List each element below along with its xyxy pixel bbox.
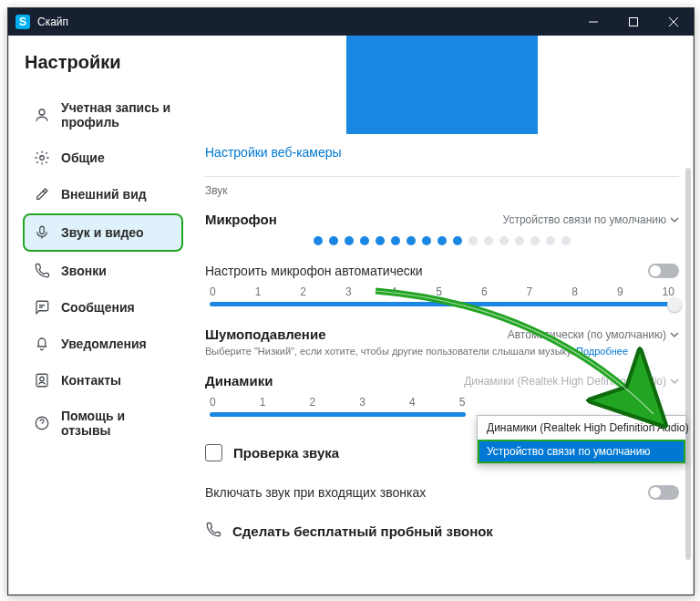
sidebar-title: Настройки (25, 52, 183, 73)
sidebar-item-contacts[interactable]: Контакты (25, 363, 183, 398)
slider-thumb[interactable] (667, 297, 682, 312)
meter-dot (438, 236, 447, 245)
title-bar: S Скайп (8, 8, 694, 36)
bell-icon (34, 336, 50, 352)
speakers-title: Динамики (205, 373, 273, 389)
ring-on-call-row: Включать звук при входящих звонках (205, 485, 679, 500)
microphone-level-meter (205, 236, 679, 245)
auto-adjust-label: Настроить микрофон автоматически (205, 264, 423, 278)
tick-label: 0 (210, 396, 216, 409)
meter-dot (422, 236, 431, 245)
free-test-call-row[interactable]: Сделать бесплатный пробный звонок (205, 522, 679, 541)
tick-label: 9 (617, 285, 623, 298)
camera-preview (346, 36, 538, 134)
speaker-volume-slider[interactable]: 012345 (205, 396, 679, 417)
slider-fill (210, 412, 466, 417)
separator (205, 176, 679, 177)
sound-section-label: Звук (205, 184, 679, 197)
noise-more-link[interactable]: Подробнее (576, 346, 628, 357)
chat-icon (34, 299, 50, 316)
meter-dot (314, 236, 323, 245)
sidebar-item-audio-video[interactable]: Звук и видео (23, 213, 183, 252)
svg-rect-3 (40, 226, 45, 233)
tick-label: 5 (459, 396, 466, 409)
slider-ticks: 012345678910 (210, 285, 674, 298)
microphone-row: Микрофон Устройство связи по умолчанию (205, 212, 679, 227)
phone-icon (34, 263, 50, 279)
meter-dot (484, 236, 493, 245)
meter-dot (561, 236, 571, 245)
sidebar-item-appearance[interactable]: Внешний вид (25, 177, 183, 212)
svg-rect-0 (630, 18, 638, 26)
tick-label: 4 (391, 285, 397, 298)
sound-test-checkbox[interactable] (205, 444, 222, 461)
nav-label: Внешний вид (61, 187, 147, 202)
webcam-settings-link[interactable]: Настройки веб-камеры (205, 145, 679, 160)
maximize-button[interactable] (613, 8, 654, 36)
noise-value-select[interactable]: Автоматически (по умолчанию) (508, 328, 679, 341)
tick-label: 3 (345, 285, 352, 298)
body: Настройки Учетная запись и профиль Общие (8, 36, 694, 595)
microphone-device-value: Устройство связи по умолчанию (503, 213, 666, 226)
meter-dot (453, 236, 462, 245)
noise-hint-text: Выберите "Низкий", если хотите, чтобы др… (205, 346, 573, 357)
dropdown-option-selected[interactable]: Устройство связи по умолчанию (478, 440, 685, 463)
gear-icon (34, 150, 50, 166)
window-controls (573, 8, 694, 36)
nav-label: Уведомления (61, 337, 147, 351)
sidebar-item-messages[interactable]: Сообщения (25, 290, 183, 325)
chevron-down-icon (670, 330, 679, 339)
tick-label: 4 (409, 396, 416, 409)
microphone-title: Микрофон (205, 212, 277, 227)
noise-hint: Выберите "Низкий", если хотите, чтобы др… (205, 346, 679, 357)
speakers-device-value: Динамики (Realtek High Definition Audio) (464, 375, 666, 388)
meter-dot (345, 236, 354, 245)
close-button[interactable] (654, 8, 694, 36)
mic-volume-slider[interactable]: 012345678910 (205, 285, 679, 306)
meter-dot (407, 236, 416, 245)
minimize-button[interactable] (573, 8, 613, 36)
ring-on-call-toggle[interactable] (648, 485, 679, 500)
window-title: Скайп (37, 16, 68, 28)
nav-label: Помощь и отзывы (61, 409, 174, 438)
meter-dot (329, 236, 338, 245)
nav-label: Звук и видео (61, 225, 144, 240)
meter-dot (499, 236, 509, 245)
nav-label: Контакты (61, 373, 121, 388)
svg-point-2 (40, 156, 45, 161)
meter-dot (468, 236, 478, 245)
noise-value: Автоматически (по умолчанию) (508, 328, 666, 341)
microphone-device-select[interactable]: Устройство связи по умолчанию (503, 213, 679, 226)
tick-label: 8 (571, 285, 578, 298)
sidebar-item-help[interactable]: Помощь и отзывы (25, 399, 183, 447)
auto-adjust-row: Настроить микрофон автоматически (205, 264, 679, 278)
sidebar-item-notifications[interactable]: Уведомления (25, 326, 183, 361)
dropdown-option[interactable]: Динамики (Realtek High Definition Audio) (478, 416, 685, 440)
scrollbar[interactable] (685, 168, 691, 560)
slider-fill (210, 302, 674, 306)
nav-label: Звонки (61, 264, 107, 278)
meter-dot (546, 236, 555, 245)
chevron-down-icon (670, 215, 679, 224)
speakers-device-select[interactable]: Динамики (Realtek High Definition Audio) (464, 375, 679, 388)
meter-dot (391, 236, 400, 245)
svg-point-1 (39, 109, 45, 115)
svg-rect-4 (36, 374, 47, 387)
skype-logo-icon: S (15, 15, 30, 29)
meter-dot (530, 236, 540, 245)
chevron-down-icon (670, 377, 679, 386)
tick-label: 1 (255, 285, 262, 298)
tick-label: 5 (436, 285, 442, 298)
nav-label: Учетная запись и профиль (61, 100, 174, 130)
nav-list: Учетная запись и профиль Общие Внешний в… (25, 91, 183, 447)
auto-adjust-toggle[interactable] (648, 264, 679, 278)
contacts-icon (34, 372, 50, 389)
svg-point-5 (40, 377, 45, 381)
nav-label: Сообщения (61, 300, 135, 315)
sidebar-item-account[interactable]: Учетная запись и профиль (25, 91, 183, 139)
tick-label: 2 (310, 396, 316, 409)
sidebar-item-general[interactable]: Общие (25, 140, 183, 175)
slider-track (210, 302, 674, 306)
sidebar-item-calls[interactable]: Звонки (25, 254, 183, 288)
help-icon (34, 415, 50, 431)
